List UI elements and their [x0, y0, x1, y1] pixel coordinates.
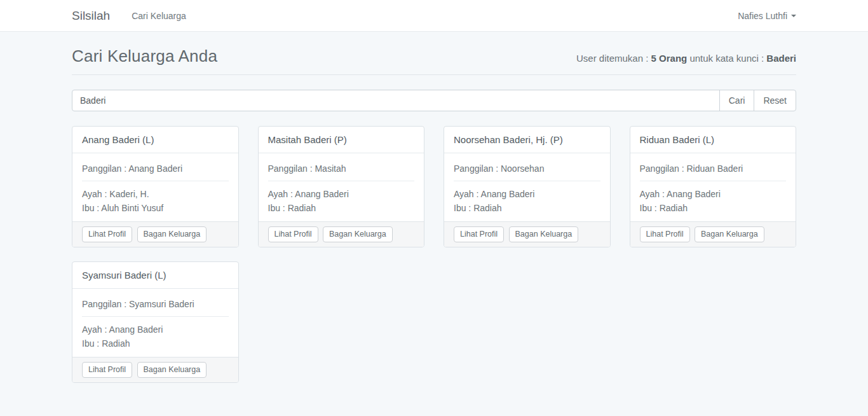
page-header: Cari Keluarga Anda User ditemukan : 5 Or… — [72, 46, 796, 75]
card-title: Masitah Baderi (P) — [259, 127, 424, 153]
card-ayah: Ayah : Anang Baderi — [268, 187, 415, 201]
main-content: Cari Keluarga Anda User ditemukan : 5 Or… — [62, 46, 806, 397]
user-menu-label: Nafies Luthfi — [738, 11, 787, 21]
bagan-keluarga-button[interactable]: Bagan Keluarga — [137, 226, 207, 242]
lihat-profil-button[interactable]: Lihat Profil — [454, 226, 504, 242]
bagan-keluarga-button[interactable]: Bagan Keluarga — [695, 226, 764, 242]
search-input[interactable] — [72, 90, 720, 111]
divider — [82, 316, 229, 317]
result-summary-prefix: User ditemukan : — [576, 53, 651, 64]
cari-button[interactable]: Cari — [719, 90, 755, 111]
lihat-profil-button[interactable]: Lihat Profil — [268, 226, 318, 242]
card-title: Anang Baderi (L) — [72, 127, 238, 153]
card-panggilan: Panggilan : Masitah — [268, 162, 415, 175]
result-card: Riduan Baderi (L) Panggilan : Riduan Bad… — [620, 126, 806, 247]
divider — [268, 181, 415, 181]
card-footer: Lihat Profil Bagan Keluarga — [444, 221, 610, 247]
card-ayah: Ayah : Anang Baderi — [454, 187, 600, 201]
page-title: Cari Keluarga Anda — [72, 46, 217, 66]
card-ibu: Ibu : Radiah — [268, 201, 415, 215]
result-keyword: Baderi — [766, 53, 796, 64]
result-count: 5 Orang — [651, 53, 688, 64]
card-panggilan: Panggilan : Anang Baderi — [82, 162, 229, 175]
card-ibu: Ibu : Aluh Binti Yusuf — [82, 201, 229, 215]
user-menu-toggle[interactable]: Nafies Luthfi — [738, 11, 796, 21]
navbar: Silsilah Cari Keluarga Nafies Luthfi — [0, 0, 868, 32]
divider — [454, 181, 600, 181]
card-ayah: Ayah : Kaderi, H. — [82, 187, 229, 201]
lihat-profil-button[interactable]: Lihat Profil — [640, 226, 690, 242]
caret-down-icon — [791, 15, 796, 17]
result-card: Masitah Baderi (P) Panggilan : Masitah A… — [248, 126, 435, 247]
card-ayah: Ayah : Anang Baderi — [640, 187, 787, 201]
result-summary: User ditemukan : 5 Orang untuk kata kunc… — [576, 53, 796, 64]
brand-link[interactable]: Silsilah — [72, 9, 110, 23]
result-card: Anang Baderi (L) Panggilan : Anang Bader… — [62, 126, 248, 247]
card-footer: Lihat Profil Bagan Keluarga — [259, 221, 424, 247]
card-footer: Lihat Profil Bagan Keluarga — [72, 357, 238, 382]
card-panggilan: Panggilan : Riduan Baderi — [640, 162, 787, 175]
card-footer: Lihat Profil Bagan Keluarga — [630, 221, 796, 247]
card-ibu: Ibu : Radiah — [454, 201, 600, 215]
results-grid: Anang Baderi (L) Panggilan : Anang Bader… — [62, 126, 806, 397]
divider — [82, 181, 229, 181]
bagan-keluarga-button[interactable]: Bagan Keluarga — [323, 226, 393, 242]
result-card: Syamsuri Baderi (L) Panggilan : Syamsuri… — [62, 261, 248, 383]
card-panggilan: Panggilan : Noorsehan — [454, 162, 600, 175]
reset-button[interactable]: Reset — [754, 90, 796, 111]
card-ibu: Ibu : Radiah — [640, 201, 787, 215]
card-footer: Lihat Profil Bagan Keluarga — [72, 221, 238, 247]
nav-item-cari-keluarga[interactable]: Cari Keluarga — [132, 11, 186, 21]
lihat-profil-button[interactable]: Lihat Profil — [82, 362, 132, 378]
card-ayah: Ayah : Anang Baderi — [82, 322, 229, 336]
card-panggilan: Panggilan : Syamsuri Baderi — [82, 298, 229, 310]
divider — [640, 181, 787, 181]
result-card: Noorsehan Baderi, Hj. (P) Panggilan : No… — [434, 126, 620, 247]
card-title: Noorsehan Baderi, Hj. (P) — [444, 127, 610, 153]
card-title: Riduan Baderi (L) — [630, 127, 796, 153]
lihat-profil-button[interactable]: Lihat Profil — [82, 226, 132, 242]
card-ibu: Ibu : Radiah — [82, 336, 229, 350]
bagan-keluarga-button[interactable]: Bagan Keluarga — [509, 226, 579, 242]
bagan-keluarga-button[interactable]: Bagan Keluarga — [137, 362, 207, 378]
card-title: Syamsuri Baderi (L) — [72, 262, 238, 289]
search-form: Cari Reset — [72, 90, 796, 111]
result-summary-middle: untuk kata kunci : — [687, 53, 766, 64]
